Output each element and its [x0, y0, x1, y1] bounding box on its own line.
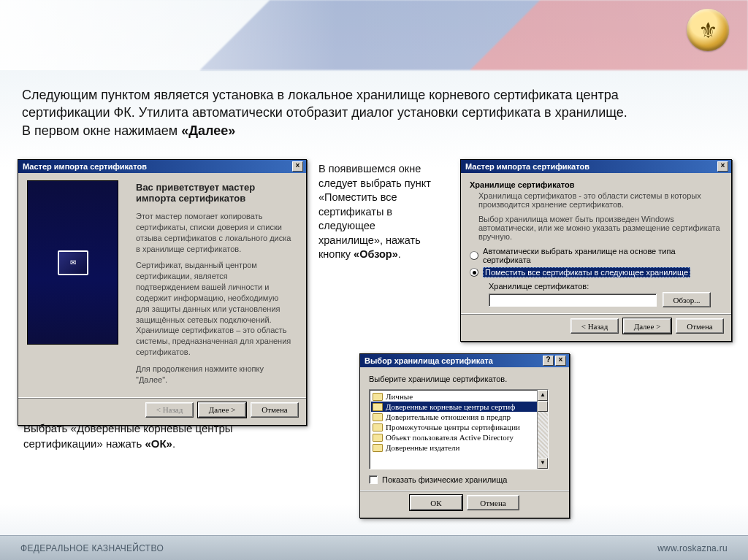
- radio-place[interactable]: Поместить все сертификаты в следующее хр…: [470, 267, 722, 277]
- radio-icon: [470, 268, 478, 277]
- wizard1-title: Мастер импорта сертификатов: [23, 160, 147, 173]
- headline: Следующим пунктом является установка в л…: [22, 86, 636, 139]
- store-field-label: Хранилище сертификатов:: [489, 282, 722, 291]
- wizard-sidebar-graphic: ✉: [27, 180, 118, 345]
- folder-icon: [373, 444, 383, 452]
- wizard1-heading: Вас приветствует мастер импорта сертифик…: [136, 182, 293, 204]
- radio-icon: [470, 251, 478, 260]
- headline-text: Следующим пунктом является установка в л…: [22, 88, 627, 138]
- tree-item[interactable]: Промежуточные центры сертификации: [371, 422, 546, 432]
- scroll-thumb[interactable]: [538, 401, 548, 412]
- ok-button[interactable]: ОК: [410, 495, 462, 510]
- tree-item-label: Доверенные издатели: [386, 443, 460, 452]
- tree-item-label: Личные: [386, 392, 413, 401]
- middle-note-text: В появившемся окне следует выбрать пункт…: [318, 163, 431, 260]
- cancel-button[interactable]: Отмена: [467, 495, 519, 510]
- tree-item-label: Объект пользователя Active Directory: [386, 433, 514, 442]
- folder-icon: [373, 413, 383, 421]
- left-note-dot: .: [172, 437, 175, 450]
- radio-auto-label: Автоматически выбрать хранилище на основ…: [483, 247, 722, 264]
- folder-icon: [373, 393, 383, 401]
- wizard2-group-title: Хранилище сертификатов: [470, 180, 722, 189]
- show-physical-checkbox[interactable]: [369, 475, 378, 484]
- left-note-bold: «ОК»: [145, 437, 172, 450]
- middle-note: В появившемся окне следует выбрать пункт…: [318, 162, 435, 262]
- wizard-store-dialog: Мастер импорта сертификатов × Хранилище …: [460, 159, 732, 342]
- wizard2-title: Мастер импорта сертификатов: [465, 160, 589, 173]
- tree-item[interactable]: Доверительные отношения в предпр: [371, 412, 546, 422]
- cancel-button[interactable]: Отмена: [676, 318, 724, 334]
- middle-note-dot: .: [398, 248, 401, 260]
- footer-left: ФЕДЕРАЛЬНОЕ КАЗНАЧЕЙСТВО: [20, 543, 164, 553]
- back-button[interactable]: < Назад: [570, 318, 619, 334]
- store-tree[interactable]: ЛичныеДоверенные корневые центры сертифД…: [369, 389, 549, 469]
- tree-item[interactable]: Доверенные корневые центры сертиф: [371, 402, 546, 412]
- dlg3-title: Выбор хранилища сертификата: [365, 354, 493, 367]
- cancel-button[interactable]: Отмена: [251, 402, 299, 418]
- tree-item[interactable]: Доверенные издатели: [371, 442, 546, 453]
- wizard1-para1: Этот мастер помогает копировать сертифик…: [136, 211, 293, 254]
- close-icon[interactable]: ×: [292, 161, 303, 172]
- folder-icon: [373, 403, 383, 411]
- footer-right: www.roskazna.ru: [657, 543, 728, 553]
- scroll-down-icon[interactable]: ▼: [538, 458, 548, 469]
- show-physical-label: Показать физические хранилища: [382, 475, 507, 484]
- back-button[interactable]: < Назад: [145, 402, 194, 418]
- footer: ФЕДЕРАЛЬНОЕ КАЗНАЧЕЙСТВО www.roskazna.ru: [0, 535, 748, 560]
- dlg3-prompt: Выберите хранилище сертификатов.: [369, 375, 560, 383]
- help-icon[interactable]: ?: [543, 356, 554, 366]
- close-icon[interactable]: ×: [717, 161, 728, 172]
- wizard-welcome-dialog: Мастер импорта сертификатов × ✉ Вас прив…: [18, 159, 307, 426]
- tree-item[interactable]: Объект пользователя Active Directory: [371, 432, 546, 442]
- select-store-dialog: Выбор хранилища сертификата ? × Выберите…: [359, 353, 570, 518]
- left-note-text: Выбрать «Доверенные корневые центры серт…: [23, 422, 233, 450]
- middle-note-bold: «Обзор»: [354, 248, 398, 260]
- wizard1-para2: Сертификат, выданный центром сертификаци…: [136, 260, 293, 358]
- folder-icon: [373, 434, 383, 442]
- scroll-up-icon[interactable]: ▲: [538, 390, 548, 401]
- tree-item[interactable]: Личные: [371, 391, 546, 402]
- scroll-track[interactable]: [538, 412, 548, 458]
- close-icon[interactable]: ×: [555, 356, 566, 366]
- tree-item-label: Промежуточные центры сертификации: [386, 423, 520, 431]
- headline-bold: «Далее»: [181, 123, 235, 138]
- radio-place-label: Поместить все сертификаты в следующее хр…: [483, 267, 690, 277]
- browse-button[interactable]: Обзор...: [663, 292, 711, 307]
- wizard1-para3: Для продолжения нажмите кнопку "Далее".: [136, 364, 293, 386]
- wizard2-hint: Выбор хранилища может быть произведен Wi…: [478, 215, 722, 241]
- next-button[interactable]: Далее >: [198, 402, 246, 418]
- wizard2-desc: Хранилища сертификатов - это области сис…: [478, 191, 722, 209]
- store-path-input[interactable]: [489, 294, 657, 307]
- tree-item-label: Доверительные отношения в предпр: [386, 413, 511, 421]
- tree-item-label: Доверенные корневые центры сертиф: [386, 402, 515, 411]
- radio-auto[interactable]: Автоматически выбрать хранилище на основ…: [470, 247, 722, 264]
- next-button[interactable]: Далее >: [623, 318, 671, 334]
- folder-icon: [373, 423, 383, 431]
- certificate-icon: ✉: [58, 250, 88, 275]
- left-note: Выбрать «Доверенные корневые центры серт…: [23, 421, 286, 451]
